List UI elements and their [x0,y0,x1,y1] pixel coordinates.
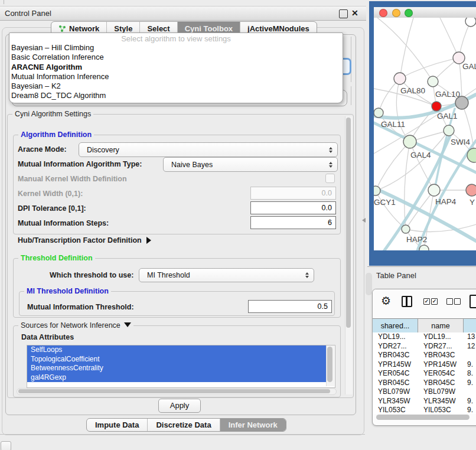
window-zoom-button[interactable] [405,9,413,17]
dropdown-item[interactable]: Bayesian – Hill Climbing [9,43,343,53]
window-minimize-button[interactable] [392,9,400,17]
dropdown-item[interactable]: ARACNE Algorithm [9,63,343,72]
table-cell: YBL079W [373,387,418,397]
column-header[interactable]: name [418,319,464,332]
network-node[interactable] [428,184,440,196]
table-row[interactable]: YPR145WYPR145W9. [373,360,476,370]
network-node-label: GAL10 [435,90,460,99]
attributes-scrollbar-thumb[interactable] [327,347,332,382]
network-window-titlebar[interactable] [374,7,476,18]
list-item[interactable]: BetweennessCentrality [27,364,328,373]
deselect-all-icon[interactable] [454,298,461,305]
table-body: YDL19...YDL19...13YDR27...YDR27...12YBR0… [373,332,476,414]
bottom-tab-discretize-data[interactable]: Discretize Data [147,419,219,431]
gear-icon[interactable]: ⚙ [381,295,391,308]
network-node[interactable] [374,186,380,195]
table-cell: 8. [464,369,476,379]
network-node[interactable] [428,76,438,87]
list-item[interactable]: SelfLoops [27,345,328,355]
table-header: shared...name [373,318,476,333]
apply-button[interactable]: Apply [158,399,201,413]
table-row[interactable]: YBR043CYBR043C [373,351,476,360]
bottom-tab-impute-data[interactable]: Impute Data [87,419,147,431]
table-cell: 9. [464,379,476,388]
which-threshold-label: Which threshold to use: [50,271,133,279]
stepper-arrows-icon [329,162,337,168]
close-panel-button[interactable]: ✕ [351,9,359,17]
network-canvas[interactable]: GALGAL80GAL10GAL1GAL11SWI4GAL4GCY1HAP4YH… [374,18,476,250]
panel-collapse-button[interactable] [1,441,11,450]
network-node[interactable] [419,245,429,250]
network-node[interactable] [432,102,441,111]
mi-type-combo[interactable]: Naive Bayes [163,157,338,172]
network-node[interactable] [374,108,383,118]
network-icon [58,25,66,32]
side-scrollbar-thumb[interactable] [366,273,372,295]
table-icon[interactable] [470,295,476,308]
hub-definition-toggle[interactable]: Hub/Transcription Factor Definition [18,236,151,244]
column-header[interactable] [464,319,476,332]
data-attributes-list[interactable]: SelfLoopsTopologicalCoefficientBetweenne… [27,345,335,388]
float-panel-button[interactable] [339,9,348,18]
sources-toggle[interactable]: Sources for Network Inference [18,321,133,330]
network-node[interactable] [466,184,476,196]
which-threshold-combo[interactable]: MI Threshold [139,268,314,282]
dropdown-item[interactable]: Dream8 DC_TDC Algorithm [9,91,343,100]
table-row[interactable]: YER054CYER054C8. [373,369,476,379]
aracne-mode-combo[interactable]: Discovery [79,142,338,157]
attributes-hscrollbar-track[interactable] [17,388,337,395]
sources-title: Sources for Network Inference [21,321,120,330]
mi-steps-field[interactable] [250,216,336,229]
mi-type-label: Mutual Information Algorithm Type: [18,160,142,168]
network-node[interactable] [465,18,476,27]
table-row[interactable]: YDR27...YDR27...12 [373,342,476,351]
table-cell: YPR145W [373,360,418,370]
splitter-handle[interactable] [362,218,366,223]
mi-type-value: Naive Bayes [164,161,329,169]
network-node[interactable] [394,73,406,84]
table-cell: YIL053C [418,406,464,414]
table-cell: YBR045C [373,379,418,388]
window-close-button[interactable] [379,9,387,17]
table-cell: YBL079W [418,387,464,397]
app-root: Control Panel ✕ NetworkStyleSelectCyni T… [0,0,476,450]
table-row[interactable]: YIL053CYIL053C9. [373,406,476,414]
tab-label: Select [147,24,169,33]
bottom-tab-infer-network[interactable]: Infer Network [220,419,286,431]
network-node-label: GAL4 [410,151,431,159]
dropdown-item[interactable]: Mutual Information Inference [9,72,343,81]
select-all-icon[interactable]: ✓ [431,298,438,305]
table-cell: 9. [464,360,476,370]
table-row[interactable]: YBR045CYBR045C9. [373,379,476,388]
dropdown-item[interactable]: Basic Correlation Inference [9,53,343,62]
mi-threshold-field[interactable] [248,300,332,313]
mi-threshold-title: MI Threshold Definition [24,287,111,295]
columns-icon[interactable] [402,296,412,307]
table-cell: YDR27... [373,342,418,351]
deselect-all-icon[interactable] [446,298,453,305]
table-cell: 9. [464,406,476,414]
list-item[interactable]: TopologicalCoefficient [27,355,328,364]
table-row[interactable]: YDL19...YDL19...13 [373,332,476,342]
stepper-arrows-icon [305,272,314,278]
hub-definition-label: Hub/Transcription Factor Definition [18,236,142,244]
algorithm-definition-title: Algorithm Definition [18,131,94,139]
dropdown-item[interactable]: Bayesian – K2 [9,81,343,91]
column-header[interactable]: shared... [373,319,418,332]
attributes-hscrollbar-thumb[interactable] [18,389,330,393]
table-hscrollbar-track[interactable] [374,413,476,421]
table-row[interactable]: YLR345WYLR345W9. [373,397,476,406]
table-cell: 9. [464,397,476,406]
data-attributes-label: Data Attributes [21,333,74,341]
network-node-label: GAL [462,62,476,71]
network-node[interactable] [444,125,454,136]
list-item[interactable]: gal4RGexp [27,373,328,383]
network-node[interactable] [403,135,416,148]
table-hscrollbar-thumb[interactable] [376,415,470,420]
select-all-icon[interactable]: ✓ [423,298,430,305]
dpi-tolerance-field[interactable] [250,201,336,214]
manual-kernel-checkbox[interactable] [325,174,335,183]
settings-scrollbar-thumb[interactable] [346,118,351,328]
table-row[interactable]: YBL079WYBL079W [373,387,476,397]
network-node[interactable] [402,225,410,233]
